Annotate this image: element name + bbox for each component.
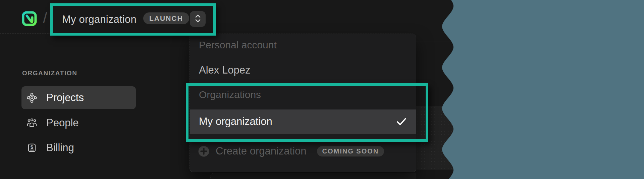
sidebar-item-label: Billing	[46, 142, 74, 154]
sidebar-divider	[159, 33, 159, 179]
plus-circle-icon	[198, 146, 209, 157]
sidebar-section-label: ORGANIZATION	[22, 70, 77, 77]
people-icon	[26, 117, 38, 129]
annotation-box-org-switcher	[50, 3, 216, 36]
menu-item-label: Create organization	[216, 145, 307, 157]
sidebar-item-label: Projects	[46, 92, 84, 104]
billing-icon: $	[26, 142, 38, 153]
sidebar-item-projects[interactable]: Projects	[21, 86, 136, 109]
annotation-box-my-organization	[186, 83, 428, 142]
menu-item-alex-lopez[interactable]: Alex Lopez	[199, 64, 250, 76]
sidebar-item-people[interactable]: People	[21, 111, 136, 134]
svg-text:$: $	[31, 144, 34, 150]
sidebar-item-label: People	[46, 117, 79, 129]
app-window: / My organization LAUNCH ORGANIZATION Pr…	[0, 0, 644, 179]
content-panel-divider	[416, 42, 455, 42]
content-footer-strip	[416, 170, 454, 179]
neon-logo[interactable]	[20, 9, 38, 28]
coming-soon-badge: COMING SOON	[317, 146, 384, 156]
menu-group-personal-account: Personal account	[199, 39, 277, 51]
breadcrumb-separator: /	[43, 9, 47, 27]
menu-item-create-organization[interactable]: Create organization COMING SOON	[190, 139, 416, 163]
content-card-edge	[210, 173, 416, 179]
sidebar-item-billing[interactable]: $ Billing	[21, 136, 136, 159]
projects-icon	[26, 92, 38, 103]
